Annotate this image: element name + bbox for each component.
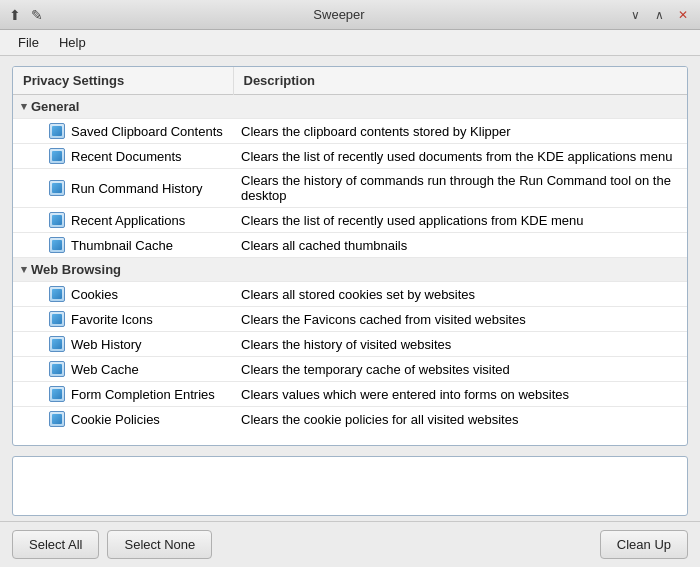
maximize-button[interactable]: ∧: [648, 4, 670, 26]
item-description-cell: Clears the list of recently used documen…: [233, 144, 687, 169]
item-name-label: Web Cache: [71, 362, 139, 377]
minimize-button[interactable]: ∨: [624, 4, 646, 26]
item-checkbox[interactable]: [49, 286, 65, 302]
title-bar-icons: ⬆ ✎: [6, 6, 46, 24]
item-checkbox[interactable]: [49, 336, 65, 352]
main-content: Privacy Settings Description ▾ General S…: [0, 56, 700, 521]
table-row: Cookies Clears all stored cookies set by…: [13, 282, 687, 307]
item-checkbox[interactable]: [49, 386, 65, 402]
info-panel: [12, 456, 688, 516]
select-all-button[interactable]: Select All: [12, 530, 99, 559]
item-name-cell: Saved Clipboard Contents: [13, 119, 233, 144]
item-name-cell: Thumbnail Cache: [13, 233, 233, 258]
menu-bar: File Help: [0, 30, 700, 56]
title-bar: ⬆ ✎ Sweeper ∨ ∧ ✕: [0, 0, 700, 30]
table-row: Web History Clears the history of visite…: [13, 332, 687, 357]
item-description-cell: Clears values which were entered into fo…: [233, 382, 687, 407]
item-description-cell: Clears the Favicons cached from visited …: [233, 307, 687, 332]
select-none-button[interactable]: Select None: [107, 530, 212, 559]
item-name-cell: Recent Documents: [13, 144, 233, 169]
item-description-cell: Clears the history of commands run throu…: [233, 169, 687, 208]
pin-icon[interactable]: ✎: [28, 6, 46, 24]
item-checkbox[interactable]: [49, 411, 65, 427]
settings-table: Privacy Settings Description ▾ General S…: [13, 67, 687, 431]
item-name-label: Recent Applications: [71, 213, 185, 228]
item-checkbox[interactable]: [49, 311, 65, 327]
clean-up-button[interactable]: Clean Up: [600, 530, 688, 559]
table-row: Recent Applications Clears the list of r…: [13, 208, 687, 233]
table-row: Cookie Policies Clears the cookie polici…: [13, 407, 687, 432]
item-description-cell: Clears the cookie policies for all visit…: [233, 407, 687, 432]
table-group-row[interactable]: ▾ General: [13, 95, 687, 119]
table-row: Thumbnail Cache Clears all cached thumbn…: [13, 233, 687, 258]
item-description-cell: Clears all cached thumbnails: [233, 233, 687, 258]
item-name-label: Run Command History: [71, 181, 203, 196]
item-name-cell: Form Completion Entries: [13, 382, 233, 407]
item-name-label: Cookie Policies: [71, 412, 160, 427]
item-name-label: Saved Clipboard Contents: [71, 124, 223, 139]
menu-item-file[interactable]: File: [8, 32, 49, 53]
item-description-cell: Clears all stored cookies set by website…: [233, 282, 687, 307]
item-checkbox[interactable]: [49, 237, 65, 253]
settings-table-container: Privacy Settings Description ▾ General S…: [12, 66, 688, 446]
table-row: Favorite Icons Clears the Favicons cache…: [13, 307, 687, 332]
item-checkbox[interactable]: [49, 361, 65, 377]
group-label: Web Browsing: [31, 262, 121, 277]
bottom-bar: Select All Select None Clean Up: [0, 521, 700, 567]
bottom-bar-right: Clean Up: [600, 530, 688, 559]
item-name-cell: Web History: [13, 332, 233, 357]
item-name-cell: Favorite Icons: [13, 307, 233, 332]
item-name-label: Recent Documents: [71, 149, 182, 164]
table-row: Run Command History Clears the history o…: [13, 169, 687, 208]
item-name-cell: Web Cache: [13, 357, 233, 382]
item-name-cell: Cookie Policies: [13, 407, 233, 432]
table-group-row[interactable]: ▾ Web Browsing: [13, 258, 687, 282]
item-description-cell: Clears the clipboard contents stored by …: [233, 119, 687, 144]
group-label: General: [31, 99, 79, 114]
item-checkbox[interactable]: [49, 123, 65, 139]
item-name-cell: Cookies: [13, 282, 233, 307]
table-header-row: Privacy Settings Description: [13, 67, 687, 95]
item-name-label: Thumbnail Cache: [71, 238, 173, 253]
col-header-description: Description: [233, 67, 687, 95]
item-name-label: Web History: [71, 337, 142, 352]
item-name-label: Form Completion Entries: [71, 387, 215, 402]
item-name-cell: Run Command History: [13, 169, 233, 208]
table-row: Recent Documents Clears the list of rece…: [13, 144, 687, 169]
item-name-label: Cookies: [71, 287, 118, 302]
item-description-cell: Clears the history of visited websites: [233, 332, 687, 357]
col-header-privacy-settings: Privacy Settings: [13, 67, 233, 95]
group-toggle-icon: ▾: [21, 263, 27, 276]
item-checkbox[interactable]: [49, 212, 65, 228]
item-checkbox[interactable]: [49, 180, 65, 196]
item-description-cell: Clears the list of recently used applica…: [233, 208, 687, 233]
window-title: Sweeper: [54, 7, 624, 22]
item-description-cell: Clears the temporary cache of websites v…: [233, 357, 687, 382]
menu-item-help[interactable]: Help: [49, 32, 96, 53]
item-name-cell: Recent Applications: [13, 208, 233, 233]
item-name-label: Favorite Icons: [71, 312, 153, 327]
window-controls: ∨ ∧ ✕: [624, 4, 694, 26]
table-row: Form Completion Entries Clears values wh…: [13, 382, 687, 407]
group-toggle-icon: ▾: [21, 100, 27, 113]
item-checkbox[interactable]: [49, 148, 65, 164]
table-row: Web Cache Clears the temporary cache of …: [13, 357, 687, 382]
table-row: Saved Clipboard Contents Clears the clip…: [13, 119, 687, 144]
close-button[interactable]: ✕: [672, 4, 694, 26]
up-arrow-icon[interactable]: ⬆: [6, 6, 24, 24]
